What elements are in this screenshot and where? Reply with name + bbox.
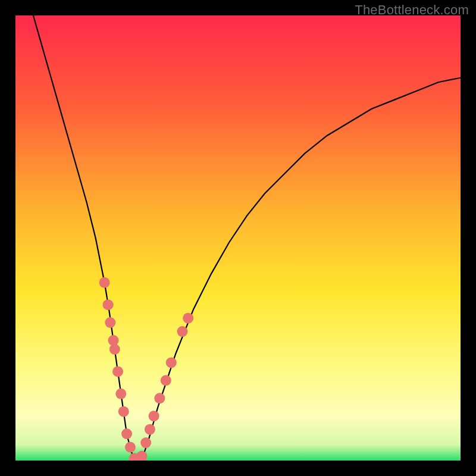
highlight-point <box>149 411 159 421</box>
highlight-point <box>125 442 136 453</box>
bottleneck-chart <box>15 15 461 461</box>
heat-gradient <box>15 15 461 461</box>
highlight-point <box>166 357 177 368</box>
highlight-point <box>115 389 126 399</box>
highlight-point <box>161 375 171 386</box>
highlight-point <box>121 428 132 439</box>
highlight-point <box>183 313 193 324</box>
chart-frame: TheBottleneck.com <box>0 0 476 476</box>
highlight-point <box>99 277 110 288</box>
highlight-point <box>177 326 188 337</box>
highlight-point <box>154 393 165 403</box>
highlight-point <box>140 437 151 448</box>
highlight-point <box>103 299 114 310</box>
highlight-point <box>105 317 115 328</box>
highlight-point <box>109 344 120 355</box>
highlight-point <box>118 406 129 417</box>
watermark-text: TheBottleneck.com <box>355 2 469 18</box>
highlight-point <box>145 424 155 435</box>
highlight-point <box>112 366 123 377</box>
plot-area <box>15 15 461 461</box>
